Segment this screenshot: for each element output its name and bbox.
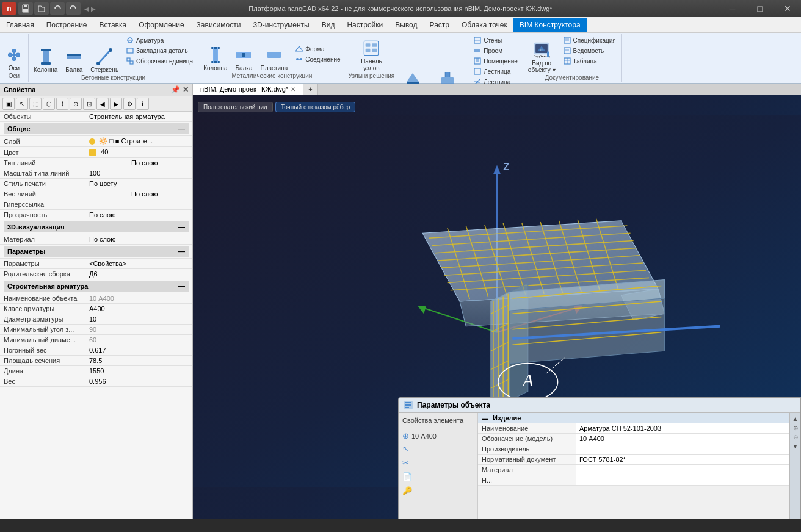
obj-oboz-row: Обозначение (модель) 10 А400 [478, 434, 789, 444]
prop-tipliniy-value[interactable]: —————— По слою [85, 158, 192, 168]
toolbar-lasso[interactable]: ⊙ [70, 98, 82, 110]
prop-ploshad-value[interactable]: 78.5 [85, 356, 192, 366]
ribbon-btn-proem[interactable]: Помещение [471, 56, 520, 66]
close-button[interactable]: ✕ [774, 0, 801, 17]
svg-rect-36 [366, 43, 371, 46]
section-obshie-collapse[interactable]: — [178, 125, 185, 132]
ribbon-btn-balka2[interactable]: Балка [232, 45, 255, 73]
ribbon-btn-sborka[interactable]: Сборочная единица [123, 56, 195, 66]
ribbon-btn-kolonna1[interactable]: Колонна [31, 47, 60, 74]
ribbon-btn-vid-po-obektu[interactable]: ⊙ Вид по объекту Вид пообъекту ▾ [526, 40, 558, 74]
toolbar-filter[interactable]: ⊡ [83, 98, 95, 110]
prop-sloy-value[interactable]: 🔆 □ ■ Строите... [85, 136, 192, 147]
menu-vstavka[interactable]: Вставка [93, 18, 133, 32]
sidebar-minus[interactable]: ⊖ [793, 434, 798, 440]
prop-material-value[interactable]: По слою [85, 234, 192, 245]
sidebar-scroll-up[interactable]: ▲ [792, 415, 799, 422]
menu-glavnaya[interactable]: Главная [0, 18, 40, 32]
vp-view-label[interactable]: Пользовательский вид [198, 102, 273, 112]
toolbar-polygon[interactable]: ⬡ [43, 98, 55, 110]
prop-min-diam-value[interactable]: 60 [85, 335, 192, 345]
prop-prozr-value[interactable]: По слою [85, 210, 192, 220]
prop-parametry-value[interactable]: <Свойства> [85, 259, 192, 269]
section-armatura-collapse[interactable]: — [178, 282, 185, 290]
prop-dlina-value[interactable]: 1550 [85, 366, 192, 376]
prop-sloy-name: Слой [0, 136, 85, 147]
ribbon-btn-spetsif[interactable]: Спецификация [560, 35, 618, 45]
menu-rastr[interactable]: Растр [424, 18, 455, 32]
sidebar-scroll-down[interactable]: ▼ [792, 443, 799, 450]
panel-close-icon[interactable]: ✕ [183, 85, 189, 94]
prop-pogon-value[interactable]: 0.617 [85, 345, 192, 356]
ribbon-btn-osi[interactable]: Оси [2, 45, 26, 73]
panel-pin-icon[interactable]: 📌 [171, 85, 180, 94]
menu-zavisimosti[interactable]: Зависимости [190, 18, 247, 32]
prop-massh-value[interactable]: 100 [85, 168, 192, 179]
prop-naim-obj-value[interactable]: 10 А400 [85, 293, 192, 304]
prop-rod-value[interactable]: Д6 [85, 269, 192, 279]
prop-stil-value[interactable]: По цвету [85, 179, 192, 189]
ribbon-btn-pomeshenie[interactable]: Лестница [471, 66, 520, 76]
obj-mater-value[interactable] [576, 465, 789, 475]
quick-undo[interactable] [50, 2, 65, 15]
toolbar-prev[interactable]: ◀ [96, 98, 109, 110]
ribbon-btn-plastina[interactable]: Пластина [258, 45, 290, 73]
ribbon-btn-balka1[interactable]: Балка [62, 47, 85, 74]
quick-open[interactable] [34, 2, 49, 15]
svg-rect-42 [445, 72, 450, 77]
prop-diametr-value[interactable]: 10 [85, 314, 192, 325]
menu-nastrojki[interactable]: Настройки [341, 18, 389, 32]
ribbon-btn-panel-uzlov[interactable]: Панельузлов [355, 38, 388, 73]
ribbon-btn-steny[interactable]: Стены [471, 35, 520, 45]
toolbar-select-all[interactable]: ▣ [2, 98, 15, 110]
prop-min-ugol-value[interactable]: 90 [85, 325, 192, 335]
toolbar-arrow[interactable]: ↖ [16, 98, 28, 110]
prop-klass-value[interactable]: А400 [85, 304, 192, 314]
cat-expand-icon[interactable]: ▬ [482, 414, 488, 422]
kolonna1-label: Колонна [34, 66, 57, 73]
svg-rect-20 [127, 58, 130, 61]
toolbar-next[interactable]: ▶ [110, 98, 122, 110]
quick-redo[interactable] [66, 2, 81, 15]
prop-cvet-value[interactable]: 40 [85, 147, 192, 158]
obj-norm-value[interactable]: ГОСТ 5781-82* [576, 455, 789, 465]
menu-vid[interactable]: Вид [316, 18, 341, 32]
sidebar-plus[interactable]: ⊕ [793, 425, 798, 431]
sloy-icons: 🔆 □ ■ [99, 137, 121, 145]
menu-bim[interactable]: BIM Конструктора [513, 18, 587, 32]
menu-3d-tools[interactable]: 3D-инструменты [247, 18, 315, 32]
panel-uzlov-icon [363, 40, 380, 57]
ribbon-btn-kolonna2[interactable]: Колонна [201, 45, 230, 73]
toolbar-rect[interactable]: ⬚ [29, 98, 42, 110]
svg-rect-38 [366, 49, 371, 52]
menu-vyvod[interactable]: Вывод [389, 18, 423, 32]
toolbar-settings[interactable]: ⚙ [123, 98, 136, 110]
minimize-button[interactable]: ─ [719, 0, 746, 17]
toolbar-info[interactable]: ℹ [137, 98, 149, 110]
ribbon-btn-ferma[interactable]: Ферма [292, 44, 343, 54]
prop-ves-value[interactable]: 0.956 [85, 376, 192, 387]
prop-ves-liniy-value[interactable]: —————— По слою [85, 189, 192, 200]
ribbon-btn-vedomost[interactable]: Ведомость [560, 46, 618, 56]
ribbon-btn-zakladn[interactable]: Закладная деталь [123, 46, 195, 56]
maximize-button[interactable]: □ [746, 0, 774, 17]
toolbar-fence[interactable]: ⌇ [56, 98, 68, 110]
vp-render-label[interactable]: Точный с показом рёбер [275, 102, 355, 112]
section-3dvis-collapse[interactable]: — [178, 223, 185, 231]
ribbon-btn-soedinen[interactable]: Соединение [292, 54, 343, 64]
obj-extra-value[interactable] [576, 475, 789, 486]
obj-proiz-value[interactable] [576, 444, 789, 455]
zakladn-label: Закладная деталь [136, 48, 188, 54]
ribbon-btn-sterzhen[interactable]: Стержень [88, 47, 121, 74]
quick-save[interactable] [18, 2, 33, 15]
section-params-collapse[interactable]: — [178, 248, 185, 255]
menu-oblaka[interactable]: Облака точек [455, 18, 513, 32]
menu-postroenie[interactable]: Построение [40, 18, 93, 32]
prop-giper-value[interactable] [85, 200, 192, 210]
ribbon-btn-armatura[interactable]: Арматура [123, 35, 195, 45]
ribbon-btn-perekrytie[interactable]: Проем [471, 46, 520, 56]
obj-naim-value[interactable]: Арматура СП 52-101-2003 [576, 423, 789, 434]
obj-oboz-value[interactable]: 10 А400 [576, 434, 789, 444]
ribbon-btn-tablitsa[interactable]: Таблица [560, 56, 618, 66]
menu-oformlenie[interactable]: Оформление [132, 18, 190, 32]
